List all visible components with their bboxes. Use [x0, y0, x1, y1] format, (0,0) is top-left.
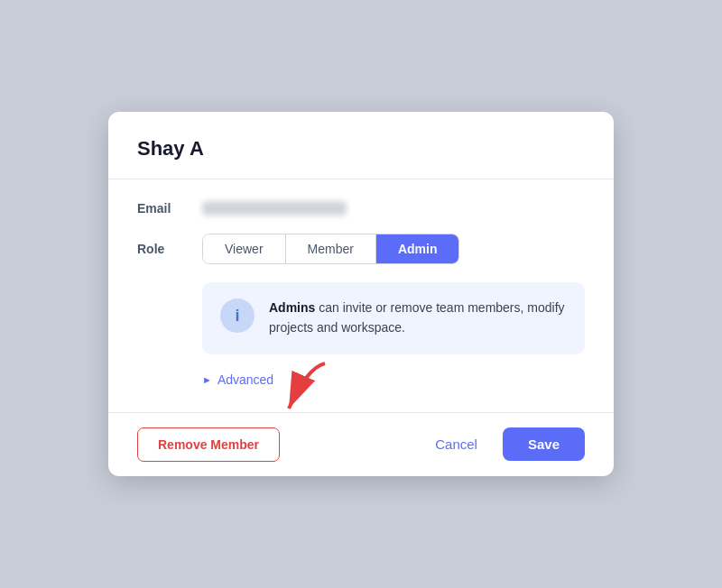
role-row: Role Viewer Member Admin: [137, 234, 585, 264]
member-dialog: Shay A Email Role Viewer Member Admin i …: [108, 112, 614, 475]
remove-member-button[interactable]: Remove Member: [137, 427, 280, 462]
role-member-button[interactable]: Member: [286, 234, 376, 263]
advanced-row: ► Advanced: [202, 372, 585, 387]
advanced-toggle-button[interactable]: ► Advanced: [202, 372, 273, 387]
email-value: [202, 201, 347, 216]
save-button[interactable]: Save: [503, 427, 585, 461]
info-text: Admins can invite or remove team members…: [269, 299, 567, 337]
dialog-title: Shay A: [137, 137, 585, 161]
footer-actions: Cancel Save: [421, 427, 585, 461]
dialog-header: Shay A: [108, 112, 614, 179]
cancel-button[interactable]: Cancel: [421, 427, 492, 461]
dialog-footer: Remove Member Cancel Save: [108, 412, 614, 476]
info-icon: i: [220, 299, 255, 333]
role-label: Role: [137, 242, 202, 256]
dialog-body: Email Role Viewer Member Admin i Admins …: [108, 179, 614, 411]
role-admin-button[interactable]: Admin: [376, 234, 459, 263]
role-viewer-button[interactable]: Viewer: [203, 234, 286, 263]
email-label: Email: [137, 201, 202, 216]
role-group: Viewer Member Admin: [202, 234, 459, 264]
chevron-right-icon: ►: [202, 374, 212, 385]
email-row: Email: [137, 201, 585, 216]
info-bold: Admins: [269, 300, 315, 315]
info-box: i Admins can invite or remove team membe…: [202, 282, 585, 354]
advanced-label: Advanced: [218, 372, 273, 387]
